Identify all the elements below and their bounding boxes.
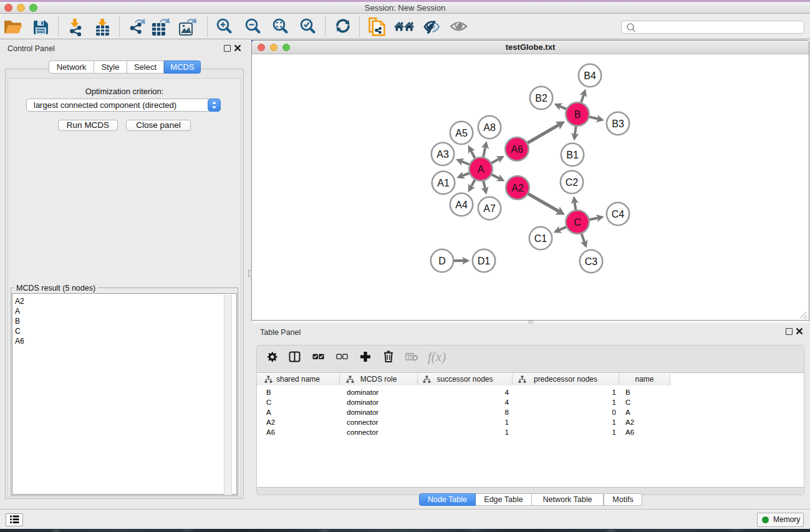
svg-text:B4: B4 [584, 70, 596, 81]
svg-text:A7: A7 [483, 203, 496, 214]
svg-text:C4: C4 [612, 209, 625, 220]
svg-text:B3: B3 [612, 118, 624, 129]
svg-text:A2: A2 [511, 183, 524, 193]
svg-text:A8: A8 [483, 122, 496, 133]
svg-text:C: C [574, 217, 581, 228]
svg-text:C2: C2 [566, 177, 579, 188]
svg-text:D: D [438, 256, 446, 266]
svg-text:A3: A3 [436, 149, 449, 160]
svg-text:B1: B1 [566, 150, 579, 160]
svg-text:A1: A1 [437, 178, 450, 188]
svg-text:A6: A6 [511, 144, 523, 155]
svg-text:A: A [478, 164, 485, 175]
svg-text:C1: C1 [534, 233, 547, 244]
svg-text:D1: D1 [478, 256, 491, 266]
svg-text:B2: B2 [535, 93, 547, 104]
svg-text:C3: C3 [585, 256, 598, 267]
svg-text:A4: A4 [455, 200, 468, 210]
svg-text:A5: A5 [455, 128, 468, 138]
svg-text:B: B [574, 109, 581, 120]
